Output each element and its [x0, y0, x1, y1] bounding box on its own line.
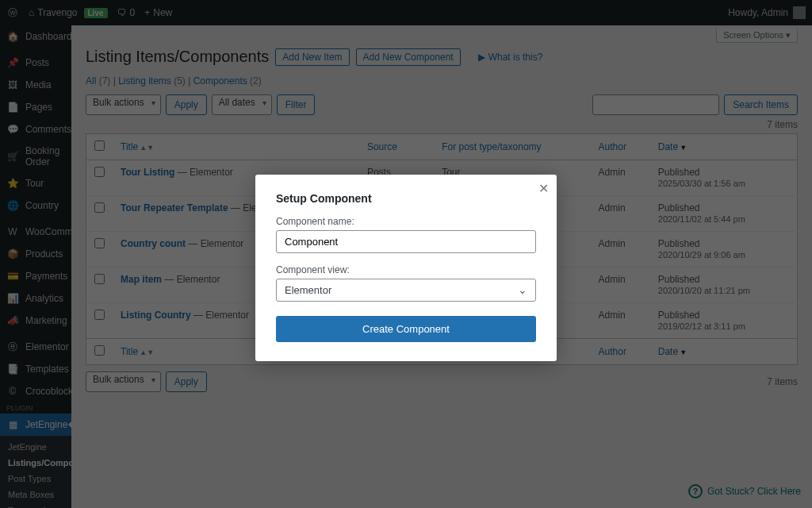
modal-title: Setup Component	[276, 192, 536, 205]
component-name-input[interactable]	[276, 230, 536, 253]
setup-component-modal: ✕ Setup Component Component name: Compon…	[255, 175, 557, 361]
component-view-select[interactable]: Elementor	[276, 279, 536, 302]
modal-overlay[interactable]: ✕ Setup Component Component name: Compon…	[0, 0, 812, 508]
component-view-label: Component view:	[276, 264, 536, 275]
create-component-button[interactable]: Create Component	[276, 316, 536, 342]
component-name-label: Component name:	[276, 216, 536, 227]
close-icon[interactable]: ✕	[538, 181, 549, 196]
